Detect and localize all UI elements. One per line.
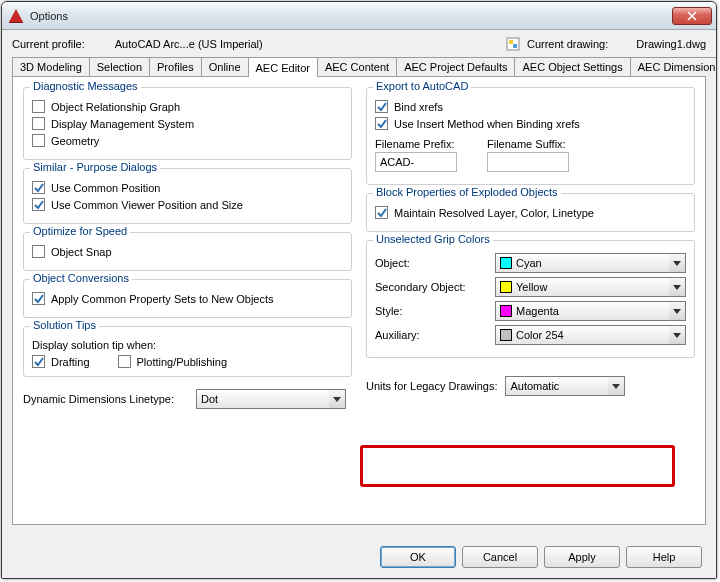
label: Object Snap — [51, 246, 112, 258]
ok-button[interactable]: OK — [380, 546, 456, 568]
svg-rect-4 — [513, 44, 517, 48]
svg-rect-1 — [9, 22, 23, 23]
tab-aec-project-defaults[interactable]: AEC Project Defaults — [396, 57, 515, 76]
label: Use Common Viewer Position and Size — [51, 199, 243, 211]
dd-value: Automatic — [510, 380, 559, 392]
drawing-icon — [505, 36, 521, 52]
group-conversions: Object Conversions Apply Common Property… — [23, 279, 352, 318]
label: Geometry — [51, 135, 99, 147]
dd-value: Magenta — [516, 305, 559, 317]
label: Style: — [375, 305, 495, 317]
group-title: Diagnostic Messages — [30, 80, 141, 92]
dynamic-dimensions-dropdown[interactable]: Dot — [196, 389, 346, 409]
color-swatch — [500, 257, 512, 269]
grip-style-dropdown[interactable]: Magenta — [495, 301, 686, 321]
tab-online[interactable]: Online — [201, 57, 249, 76]
group-title: Unselected Grip Colors — [373, 233, 493, 245]
group-optimize: Optimize for Speed Object Snap — [23, 232, 352, 271]
svg-rect-3 — [509, 40, 513, 44]
tabstrip: 3D Modeling Selection Profiles Online AE… — [12, 56, 706, 77]
dd-value: Cyan — [516, 257, 542, 269]
legacy-units-dropdown[interactable]: Automatic — [505, 376, 625, 396]
group-solution-tips: Solution Tips Display solution tip when:… — [23, 326, 352, 377]
checkbox-org[interactable] — [32, 100, 45, 113]
chevron-down-icon — [608, 377, 624, 395]
tab-selection[interactable]: Selection — [89, 57, 150, 76]
group-similar: Similar - Purpose Dialogs Use Common Pos… — [23, 168, 352, 224]
filename-suffix-input[interactable] — [487, 152, 569, 172]
checkbox-dms[interactable] — [32, 117, 45, 130]
profile-value: AutoCAD Arc...e (US Imperial) — [115, 38, 263, 50]
filename-prefix-input[interactable] — [375, 152, 457, 172]
cancel-button[interactable]: Cancel — [462, 546, 538, 568]
svg-marker-0 — [9, 9, 23, 22]
close-button[interactable] — [672, 7, 712, 25]
tab-aec-object-settings[interactable]: AEC Object Settings — [514, 57, 630, 76]
label: Object Relationship Graph — [51, 101, 180, 113]
help-button[interactable]: Help — [626, 546, 702, 568]
group-title: Optimize for Speed — [30, 225, 130, 237]
chevron-down-icon — [669, 278, 685, 296]
label: Display solution tip when: — [32, 339, 343, 351]
drawing-value: Drawing1.dwg — [636, 38, 706, 50]
tab-profiles[interactable]: Profiles — [149, 57, 202, 76]
chevron-down-icon — [329, 390, 345, 408]
tab-aec-editor[interactable]: AEC Editor — [248, 57, 318, 77]
checkbox-common-pos[interactable] — [32, 181, 45, 194]
checkbox-osnap[interactable] — [32, 245, 45, 258]
chevron-down-icon — [669, 326, 685, 344]
dd-value: Yellow — [516, 281, 547, 293]
chevron-down-icon — [669, 254, 685, 272]
checkbox-maintain-resolved[interactable] — [375, 206, 388, 219]
group-title: Export to AutoCAD — [373, 80, 471, 92]
label: Use Common Position — [51, 182, 160, 194]
dd-value: Dot — [201, 393, 218, 405]
label: Use Insert Method when Binding xrefs — [394, 118, 580, 130]
grip-object-dropdown[interactable]: Cyan — [495, 253, 686, 273]
tab-aec-content[interactable]: AEC Content — [317, 57, 397, 76]
group-block-props: Block Properties of Exploded Objects Mai… — [366, 193, 695, 232]
label: Maintain Resolved Layer, Color, Linetype — [394, 207, 594, 219]
tab-aec-dimension[interactable]: AEC Dimension — [630, 57, 717, 76]
ddl-label: Dynamic Dimensions Linetype: — [23, 393, 174, 405]
group-title: Similar - Purpose Dialogs — [30, 161, 160, 173]
checkbox-drafting[interactable] — [32, 355, 45, 368]
highlight-legacy-units — [360, 445, 675, 487]
app-icon — [8, 8, 24, 24]
grip-secondary-dropdown[interactable]: Yellow — [495, 277, 686, 297]
checkbox-bind-xrefs[interactable] — [375, 100, 388, 113]
group-title: Solution Tips — [30, 319, 99, 331]
group-grip-colors: Unselected Grip Colors Object: Cyan Seco… — [366, 240, 695, 358]
color-swatch — [500, 329, 512, 341]
group-export: Export to AutoCAD Bind xrefs Use Insert … — [366, 87, 695, 185]
group-title: Block Properties of Exploded Objects — [373, 186, 561, 198]
label: Object: — [375, 257, 495, 269]
label: Filename Suffix: — [487, 138, 569, 150]
legacy-label: Units for Legacy Drawings: — [366, 380, 497, 392]
group-title: Object Conversions — [30, 272, 132, 284]
dd-value: Color 254 — [516, 329, 564, 341]
label: Apply Common Property Sets to New Object… — [51, 293, 274, 305]
checkbox-plotting[interactable] — [118, 355, 131, 368]
label: Display Management System — [51, 118, 194, 130]
label: Filename Prefix: — [375, 138, 457, 150]
tab-3d-modeling[interactable]: 3D Modeling — [12, 57, 90, 76]
label: Drafting — [51, 356, 90, 368]
checkbox-geometry[interactable] — [32, 134, 45, 147]
grip-auxiliary-dropdown[interactable]: Color 254 — [495, 325, 686, 345]
client-area: Current profile: AutoCAD Arc...e (US Imp… — [2, 30, 716, 578]
chevron-down-icon — [669, 302, 685, 320]
checkbox-common-viewer[interactable] — [32, 198, 45, 211]
label: Auxiliary: — [375, 329, 495, 341]
checkbox-insert-method[interactable] — [375, 117, 388, 130]
titlebar[interactable]: Options — [2, 2, 716, 30]
label: Plotting/Publishing — [137, 356, 228, 368]
apply-button[interactable]: Apply — [544, 546, 620, 568]
tab-panel: Diagnostic Messages Object Relationship … — [12, 77, 706, 525]
checkbox-apply-common[interactable] — [32, 292, 45, 305]
label: Bind xrefs — [394, 101, 443, 113]
color-swatch — [500, 281, 512, 293]
drawing-label: Current drawing: — [527, 38, 608, 50]
options-window: Options Current profile: AutoCAD Arc...e… — [1, 1, 717, 579]
profile-label: Current profile: — [12, 38, 85, 50]
